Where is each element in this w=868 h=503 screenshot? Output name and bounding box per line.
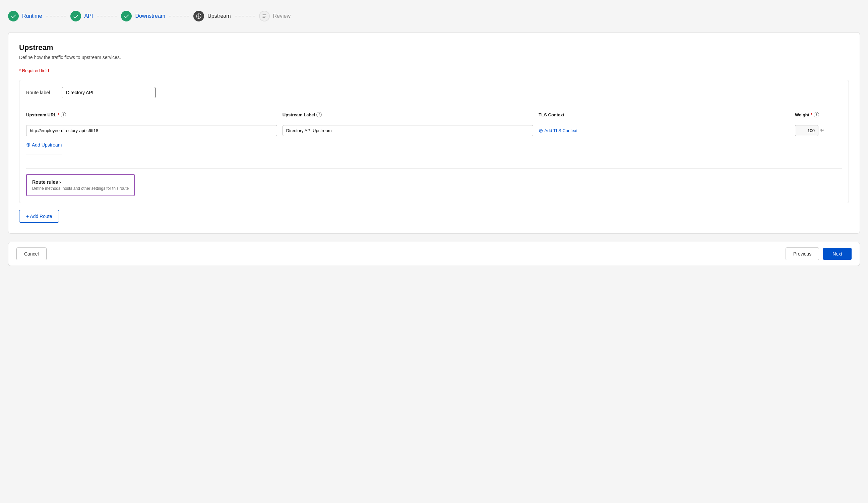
step-runtime-label: Runtime bbox=[22, 13, 42, 19]
tls-context-col-header: TLS Context bbox=[539, 112, 789, 117]
route-label-input[interactable] bbox=[62, 87, 155, 98]
route-section: Route label Upstream URL * i Upstream La… bbox=[19, 80, 849, 203]
step-downstream-label: Downstream bbox=[135, 13, 165, 19]
step-api-label: API bbox=[84, 13, 93, 19]
svg-point-1 bbox=[198, 16, 199, 17]
step-api-icon bbox=[70, 11, 81, 21]
upstream-url-input[interactable] bbox=[26, 125, 277, 136]
nav-right: Previous Next bbox=[786, 248, 851, 260]
weight-cell: % bbox=[795, 125, 842, 136]
next-button[interactable]: Next bbox=[823, 248, 851, 260]
tls-context-cell: ⊕ Add TLS Context bbox=[539, 128, 789, 134]
connector-1 bbox=[42, 16, 70, 17]
previous-button[interactable]: Previous bbox=[786, 248, 819, 260]
required-note: * Required field bbox=[19, 68, 849, 73]
upstream-url-cell bbox=[26, 125, 277, 136]
connector-3 bbox=[165, 16, 193, 17]
upstream-label-cell bbox=[282, 125, 534, 136]
step-review-icon bbox=[259, 11, 270, 21]
upstream-url-info-icon[interactable]: i bbox=[61, 112, 66, 117]
route-rules-box[interactable]: Route rules › Define methods, hosts and … bbox=[26, 174, 135, 196]
step-runtime[interactable]: Runtime bbox=[8, 11, 42, 21]
route-label-field-name: Route label bbox=[26, 90, 56, 95]
route-rules-desc: Define methods, hosts and other settings… bbox=[32, 186, 129, 191]
svg-rect-8 bbox=[262, 17, 265, 18]
step-review-label: Review bbox=[273, 13, 291, 19]
step-upstream-label: Upstream bbox=[207, 13, 230, 19]
weight-percent-sign: % bbox=[820, 128, 825, 133]
step-downstream[interactable]: Downstream bbox=[121, 11, 165, 21]
bottom-nav: Cancel Previous Next bbox=[8, 242, 860, 266]
upstream-url-col-header: Upstream URL * i bbox=[26, 112, 277, 117]
add-upstream-link[interactable]: ⊕ Add Upstream bbox=[26, 141, 62, 155]
step-upstream-icon bbox=[193, 11, 204, 21]
weight-info-icon[interactable]: i bbox=[814, 112, 819, 117]
page-title: Upstream bbox=[19, 43, 849, 52]
step-runtime-icon bbox=[8, 11, 19, 21]
page-subtitle: Define how the traffic flows to upstream… bbox=[19, 55, 849, 60]
add-route-button[interactable]: + Add Route bbox=[19, 210, 59, 223]
step-review[interactable]: Review bbox=[259, 11, 291, 21]
add-tls-context-link[interactable]: ⊕ Add TLS Context bbox=[539, 128, 789, 134]
stepper: Runtime API Downstream bbox=[8, 8, 860, 24]
connector-2 bbox=[93, 16, 121, 17]
connector-4 bbox=[231, 16, 259, 17]
svg-rect-6 bbox=[262, 14, 266, 15]
route-label-row: Route label bbox=[26, 87, 842, 105]
add-upstream-plus-icon: ⊕ bbox=[26, 141, 31, 148]
upstream-table-header: Upstream URL * i Upstream Label i TLS Co… bbox=[26, 112, 842, 121]
plus-circle-icon: ⊕ bbox=[539, 128, 543, 134]
upstream-label-input[interactable] bbox=[282, 125, 534, 136]
cancel-button[interactable]: Cancel bbox=[17, 248, 46, 260]
weight-col-header: Weight * i bbox=[795, 112, 842, 117]
step-upstream[interactable]: Upstream bbox=[193, 11, 230, 21]
main-card: Upstream Define how the traffic flows to… bbox=[8, 32, 860, 234]
step-downstream-icon bbox=[121, 11, 132, 21]
route-rules-title: Route rules › bbox=[32, 179, 129, 185]
step-api[interactable]: API bbox=[70, 11, 93, 21]
weight-input[interactable] bbox=[795, 125, 818, 136]
upstream-row: ⊕ Add TLS Context % bbox=[26, 125, 842, 136]
svg-rect-7 bbox=[262, 16, 266, 17]
upstream-label-info-icon[interactable]: i bbox=[316, 112, 322, 117]
upstream-label-col-header: Upstream Label i bbox=[282, 112, 534, 117]
